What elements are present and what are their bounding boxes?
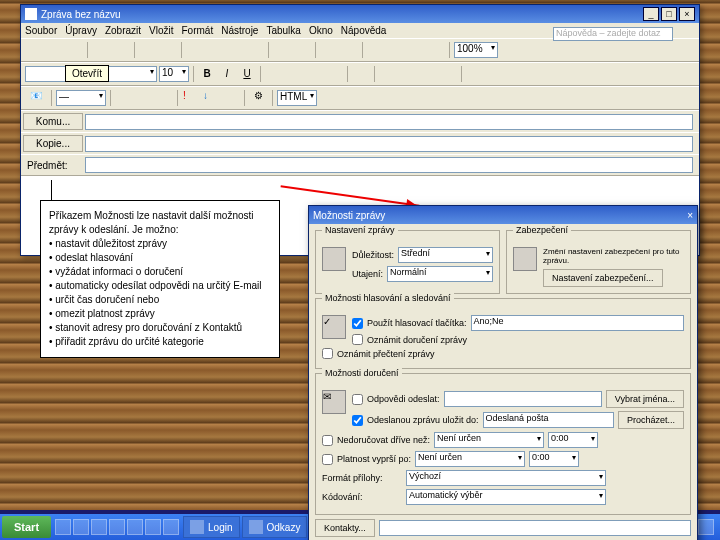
spellcheck-icon[interactable] <box>139 41 157 59</box>
voting-checkbox[interactable] <box>352 318 363 329</box>
drawing-icon[interactable] <box>387 41 405 59</box>
numbered-list-icon[interactable] <box>379 65 397 83</box>
align-left-icon[interactable] <box>265 65 283 83</box>
menu-window[interactable]: Okno <box>309 25 333 36</box>
task-button[interactable]: Login <box>183 516 239 538</box>
expire-time-combo[interactable]: 0:00 <box>529 451 579 467</box>
research-icon[interactable] <box>159 41 177 59</box>
expires-checkbox[interactable] <box>322 454 333 465</box>
subject-input[interactable] <box>85 157 693 173</box>
help-search-input[interactable]: Nápověda – zadejte dotaz <box>553 27 673 41</box>
ql-icon[interactable] <box>109 519 125 535</box>
importance-low-icon[interactable]: ↓ <box>202 89 220 107</box>
undo-icon[interactable] <box>273 41 291 59</box>
accounts-combo[interactable]: — <box>56 90 106 106</box>
menu-file[interactable]: Soubor <box>25 25 57 36</box>
to-button[interactable]: Komu... <box>23 113 83 130</box>
columns-icon[interactable] <box>367 41 385 59</box>
to-input[interactable] <box>85 114 693 130</box>
align-right-icon[interactable] <box>305 65 323 83</box>
sensitivity-combo[interactable]: Normální <box>387 266 493 282</box>
menu-format[interactable]: Formát <box>182 25 214 36</box>
deliver-after-checkbox[interactable] <box>322 435 333 446</box>
titlebar[interactable]: Zpráva bez názvu _ □ × <box>21 5 699 23</box>
deliver-time-combo[interactable]: 0:00 <box>548 432 598 448</box>
contacts-input[interactable] <box>379 520 691 536</box>
map-icon[interactable] <box>407 41 425 59</box>
read-receipt-checkbox[interactable] <box>322 348 333 359</box>
send-button[interactable]: 📧 <box>25 89 47 107</box>
zoom-combo[interactable]: 100% <box>454 42 498 58</box>
help-icon[interactable] <box>500 41 518 59</box>
copy-icon[interactable] <box>206 41 224 59</box>
minimize-button[interactable]: _ <box>643 7 659 21</box>
ql-icon[interactable] <box>73 519 89 535</box>
save-sent-checkbox[interactable] <box>352 415 363 426</box>
cc-button[interactable]: Kopie... <box>23 135 83 152</box>
attach-icon[interactable] <box>115 89 133 107</box>
table-icon[interactable] <box>340 41 358 59</box>
task-button[interactable]: Odkazy <box>242 516 308 538</box>
menu-tools[interactable]: Nástroje <box>221 25 258 36</box>
maximize-button[interactable]: □ <box>661 7 677 21</box>
menu-view[interactable]: Zobrazit <box>105 25 141 36</box>
flag-icon[interactable] <box>222 89 240 107</box>
options-button[interactable]: ⚙ <box>249 89 268 107</box>
outdent-icon[interactable] <box>419 65 437 83</box>
replies-input[interactable] <box>444 391 602 407</box>
hyperlink-icon[interactable] <box>320 41 338 59</box>
format-painter-icon[interactable] <box>246 41 264 59</box>
show-marks-icon[interactable] <box>427 41 445 59</box>
highlight-icon[interactable] <box>486 65 504 83</box>
check-names-icon[interactable] <box>155 89 173 107</box>
italic-icon[interactable]: I <box>218 65 236 83</box>
deliver-date-combo[interactable]: Není určen <box>434 432 544 448</box>
dialog-close-button[interactable]: × <box>687 210 693 221</box>
ql-icon[interactable] <box>145 519 161 535</box>
align-justify-icon[interactable] <box>325 65 343 83</box>
expire-date-combo[interactable]: Není určen <box>415 451 525 467</box>
tray-icon[interactable] <box>698 519 714 535</box>
border-icon[interactable] <box>466 65 484 83</box>
select-names-button[interactable]: Vybrat jména... <box>606 390 684 408</box>
encoding-combo[interactable]: Automatický výběr <box>406 489 606 505</box>
attachment-format-combo[interactable]: Výchozí <box>406 470 606 486</box>
security-settings-button[interactable]: Nastavení zabezpečení... <box>543 269 663 287</box>
cc-input[interactable] <box>85 136 693 152</box>
menu-insert[interactable]: Vložit <box>149 25 173 36</box>
close-button[interactable]: × <box>679 7 695 21</box>
align-center-icon[interactable] <box>285 65 303 83</box>
replies-checkbox[interactable] <box>352 394 363 405</box>
ql-icon[interactable] <box>163 519 179 535</box>
indent-icon[interactable] <box>439 65 457 83</box>
browse-button[interactable]: Procházet... <box>618 411 684 429</box>
bold-icon[interactable]: B <box>198 65 216 83</box>
save-icon[interactable] <box>65 41 83 59</box>
print-icon[interactable] <box>92 41 110 59</box>
read-icon[interactable] <box>520 41 538 59</box>
contacts-button[interactable]: Kontakty... <box>315 519 375 537</box>
format-combo[interactable]: HTML <box>277 90 317 106</box>
delivery-receipt-checkbox[interactable] <box>352 334 363 345</box>
importance-combo[interactable]: Střední <box>398 247 493 263</box>
underline-icon[interactable]: U <box>238 65 256 83</box>
ql-icon[interactable] <box>91 519 107 535</box>
voting-input[interactable]: Ano;Ne <box>471 315 684 331</box>
menu-table[interactable]: Tabulka <box>266 25 300 36</box>
menu-help[interactable]: Nápověda <box>341 25 387 36</box>
bullet-list-icon[interactable] <box>399 65 417 83</box>
font-color-icon[interactable] <box>506 65 524 83</box>
ql-icon[interactable] <box>55 519 71 535</box>
start-button[interactable]: Start <box>2 516 51 538</box>
paste-icon[interactable] <box>226 41 244 59</box>
redo-icon[interactable] <box>293 41 311 59</box>
fontsize-combo[interactable]: 10 <box>159 66 189 82</box>
dialog-titlebar[interactable]: Možnosti zprávy × <box>309 206 697 224</box>
new-icon[interactable] <box>25 41 43 59</box>
save-folder-input[interactable]: Odeslaná pošta <box>483 412 614 428</box>
address-book-icon[interactable] <box>135 89 153 107</box>
line-spacing-icon[interactable] <box>352 65 370 83</box>
importance-high-icon[interactable]: ! <box>182 89 200 107</box>
ql-icon[interactable] <box>127 519 143 535</box>
preview-icon[interactable] <box>112 41 130 59</box>
